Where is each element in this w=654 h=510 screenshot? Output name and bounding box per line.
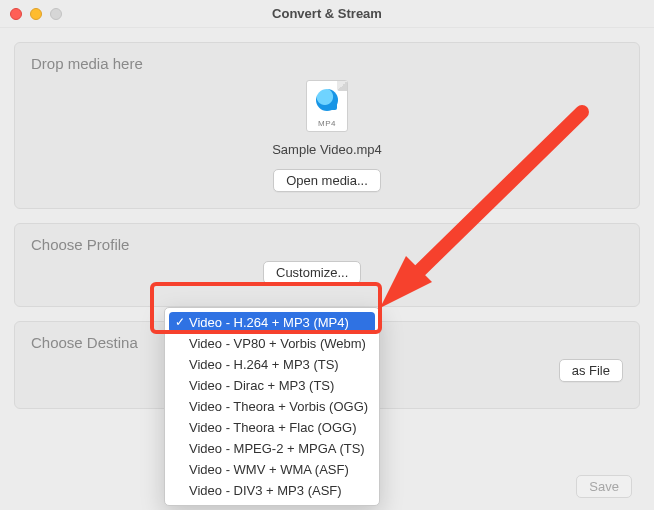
- profile-option[interactable]: Video - VP80 + Vorbis (Webm): [165, 333, 379, 354]
- close-icon[interactable]: [10, 8, 22, 20]
- zoom-icon: [50, 8, 62, 20]
- window-controls: [0, 8, 62, 20]
- drop-media-title: Drop media here: [31, 55, 623, 72]
- profile-option[interactable]: Video - Dirac + MP3 (TS): [165, 375, 379, 396]
- profile-dropdown[interactable]: Video - H.264 + MP3 (MP4)Video - VP80 + …: [164, 307, 380, 506]
- minimize-icon[interactable]: [30, 8, 42, 20]
- profile-option[interactable]: Video - MPEG-2 + MPGA (TS): [165, 438, 379, 459]
- customize-button[interactable]: Customize...: [263, 261, 361, 284]
- save-as-file-button[interactable]: as File: [559, 359, 623, 382]
- open-media-button[interactable]: Open media...: [273, 169, 381, 192]
- profile-option[interactable]: Video - WMV + WMA (ASF): [165, 459, 379, 480]
- titlebar: Convert & Stream: [0, 0, 654, 28]
- choose-profile-panel: Choose Profile Customize...: [14, 223, 640, 307]
- profile-option[interactable]: Video - Theora + Vorbis (OGG): [165, 396, 379, 417]
- profile-select[interactable]: [31, 262, 253, 284]
- window-title: Convert & Stream: [0, 6, 654, 21]
- drop-media-panel[interactable]: Drop media here MP4 Sample Video.mp4 Ope…: [14, 42, 640, 209]
- file-ext-label: MP4: [318, 119, 336, 128]
- choose-profile-title: Choose Profile: [31, 236, 623, 253]
- profile-option[interactable]: Video - H.264 + MP3 (MP4): [169, 312, 375, 333]
- file-name-label: Sample Video.mp4: [272, 142, 382, 157]
- profile-option[interactable]: Video - DIV3 + MP3 (ASF): [165, 480, 379, 501]
- save-button[interactable]: Save: [576, 475, 632, 498]
- media-file: MP4 Sample Video.mp4 Open media...: [31, 80, 623, 192]
- document-icon: MP4: [306, 80, 348, 132]
- profile-option[interactable]: Video - Theora + Flac (OGG): [165, 417, 379, 438]
- profile-option[interactable]: Video - H.264 + MP3 (TS): [165, 354, 379, 375]
